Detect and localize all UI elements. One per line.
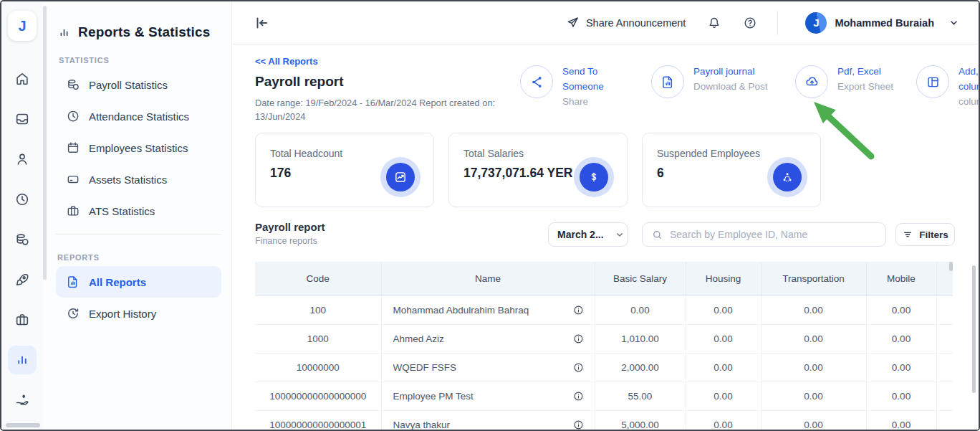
- rail-item-time[interactable]: [8, 185, 37, 214]
- help-button[interactable]: [743, 16, 757, 30]
- report-date-range: Date range: 19/Feb/2024 - 16/Mar/2024 Re…: [255, 98, 495, 108]
- chevron-down-icon: [614, 229, 625, 240]
- user-menu[interactable]: J Mohammed Buraiah: [805, 12, 960, 34]
- stat-card-suspended-employees: Suspended Employees 6: [642, 133, 821, 207]
- rail-item-payroll[interactable]: [8, 225, 37, 254]
- rail-items: [8, 65, 37, 415]
- table-scrollbar-thumb[interactable]: [949, 262, 953, 271]
- cell-housing: 0.00: [686, 295, 761, 324]
- page-scrollbar-thumb[interactable]: [972, 265, 976, 393]
- action-secondary-label: Download & Post: [693, 81, 768, 92]
- action-secondary-label: Export Sheet: [837, 81, 893, 92]
- notifications-bell-button[interactable]: [707, 16, 721, 30]
- col-header-transportation: Transportation: [761, 262, 866, 295]
- table-row[interactable]: 10000000 WQEDF FSFS 2,000.00 0.00 0.00 0…: [255, 353, 953, 382]
- cell-basic-salary: 55.00: [595, 382, 686, 410]
- sidebar-item-attendance-statistics[interactable]: Attendance Statistics: [56, 100, 223, 132]
- table-row[interactable]: 100000000000000000 Employee PM Test 55.0…: [255, 382, 953, 410]
- cell-code: 100000000000000001: [255, 410, 381, 431]
- sidebar-item-payroll-statistics[interactable]: Payroll Statistics: [56, 69, 223, 100]
- action-share[interactable]: Send To Someone Share: [520, 62, 630, 110]
- table-row[interactable]: 100000000000000001 Navya thakur 5,000.00…: [255, 410, 953, 431]
- table-row[interactable]: 1000 Ahmed Aziz 1,010.00 0.00 0.00 0.00: [255, 324, 953, 353]
- sidebar-item-ats-statistics[interactable]: ATS Statistics: [56, 195, 223, 227]
- cell-basic-salary: 2,000.00: [595, 353, 686, 382]
- info-icon: [572, 304, 585, 316]
- month-dropdown[interactable]: March 2...: [548, 222, 628, 247]
- cell-code: 100000000000000000: [255, 382, 381, 410]
- rail-item-home[interactable]: [8, 65, 37, 93]
- cell-name: Ahmed Aziz: [381, 324, 595, 353]
- cell-transportation: 0.00: [761, 382, 866, 410]
- action-export[interactable]: Pdf, Excel Export Sheet: [795, 62, 895, 98]
- calendar-icon: [66, 141, 80, 155]
- table-row[interactable]: 100 Mohammad Abdulrahim Bahraq 0.00 0.00…: [255, 295, 953, 324]
- stat-label: Total Salaries: [463, 148, 572, 159]
- app-logo[interactable]: J: [8, 11, 37, 41]
- cell-transportation: 0.00: [761, 353, 866, 382]
- stat-card-total-salaries: Total Salaries 17,737,071.64 YER: [448, 133, 628, 207]
- col-header-name: Name: [381, 262, 595, 295]
- stat-value: 6: [657, 166, 760, 181]
- rail-item-reports[interactable]: [8, 346, 37, 374]
- cell-spacer: [936, 410, 953, 431]
- sidebar-item-all-reports[interactable]: All Reports: [56, 266, 221, 298]
- archive-icon: [66, 172, 80, 186]
- columns-icon: [916, 65, 949, 98]
- hand-heart-icon: [14, 392, 30, 408]
- rail-bottom-scrollbar[interactable]: [6, 423, 40, 427]
- collapse-sidebar-button[interactable]: [253, 14, 270, 32]
- rocket-icon: [14, 272, 30, 288]
- month-dropdown-value: March 2...: [557, 229, 604, 240]
- share-nodes-icon: [520, 65, 553, 98]
- cell-mobile: 0.00: [866, 382, 936, 410]
- section-label-statistics: STATISTICS: [56, 40, 223, 69]
- section-label-reports: REPORTS: [56, 237, 221, 266]
- payroll-table-wrap: CodeNameBasic SalaryHousingTransportatio…: [255, 262, 953, 431]
- sidebar-item-employees-statistics[interactable]: Employees Statistics: [56, 132, 223, 164]
- clock-icon: [66, 109, 80, 123]
- rail-item-inbox[interactable]: [8, 105, 37, 133]
- icon-rail: J: [1, 1, 43, 430]
- cell-code: 10000000: [255, 353, 381, 382]
- avatar: J: [805, 12, 827, 34]
- rail-item-benefits[interactable]: [8, 386, 37, 415]
- cell-transportation: 0.00: [761, 324, 866, 353]
- cell-transportation: 0.00: [761, 410, 866, 431]
- user-name: Mohammed Buraiah: [835, 17, 934, 29]
- cell-housing: 0.00: [686, 324, 761, 353]
- filter-icon: [902, 229, 913, 240]
- rail-item-performance[interactable]: [8, 265, 37, 294]
- chevron-down-icon: [948, 16, 960, 29]
- rail-item-recruitment[interactable]: [8, 306, 37, 334]
- action-payroll-journal[interactable]: Payroll journal Download & Post: [651, 62, 774, 98]
- back-to-all-reports-link[interactable]: << All Reports: [255, 56, 318, 67]
- cell-name: Employee PM Test: [381, 382, 595, 410]
- cell-spacer: [936, 324, 953, 353]
- sidebar-item-label: All Reports: [89, 276, 146, 288]
- dollar-icon: [580, 163, 608, 191]
- cell-basic-salary: 1,010.00: [595, 324, 686, 353]
- action-customize-columns[interactable]: Add, Edit report columns Customize colum…: [916, 62, 980, 110]
- sidebar-item-assets-statistics[interactable]: Assets Statistics: [56, 164, 223, 195]
- action-primary-label: Pdf, Excel: [837, 66, 881, 77]
- page-title: Payroll report: [255, 74, 344, 90]
- sidebar-item-export-history[interactable]: Export History: [56, 298, 221, 329]
- search-input[interactable]: [670, 229, 878, 240]
- filters-button[interactable]: Filters: [895, 223, 955, 246]
- stat-icon-ring: [574, 157, 614, 197]
- topbar-right: Share Announcement J Mohammed Buraiah: [566, 11, 960, 35]
- col-header-mobile: Mobile: [866, 262, 936, 295]
- sidebar-scrollbar[interactable]: [43, 6, 47, 280]
- cell-code: 1000: [255, 324, 381, 353]
- cell-spacer: [936, 353, 953, 382]
- stat-label: Total Headcount: [270, 148, 342, 159]
- payroll-table: CodeNameBasic SalaryHousingTransportatio…: [255, 262, 953, 431]
- cell-housing: 0.00: [686, 410, 761, 431]
- paper-plane-icon: [566, 16, 580, 29]
- rail-item-people[interactable]: [8, 145, 37, 174]
- share-announcement-button[interactable]: Share Announcement: [566, 16, 686, 29]
- sidebar-item-label: ATS Statistics: [89, 205, 155, 217]
- bar-chart-icon: [14, 352, 30, 368]
- doc-chart-icon: [66, 275, 80, 289]
